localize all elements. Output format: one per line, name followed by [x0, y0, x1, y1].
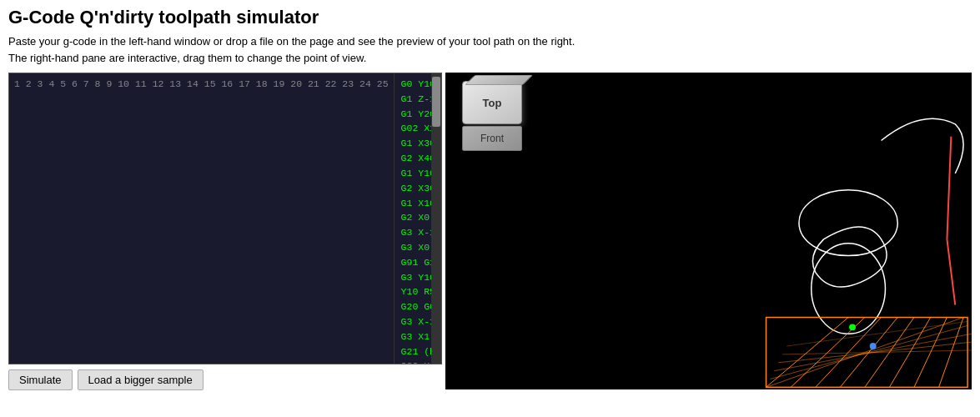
svg-point-1 [812, 244, 886, 334]
code-area[interactable]: 1 2 3 4 5 6 7 8 9 10 11 12 13 14 15 16 1… [8, 73, 442, 364]
svg-line-14 [782, 350, 972, 354]
scrollbar[interactable] [431, 73, 441, 364]
toolpath-svg [445, 73, 972, 389]
page-title: G-Code Q'n'dirty toolpath simulator [8, 7, 972, 28]
action-buttons: Simulate Load a bigger sample [8, 369, 442, 390]
view-cube[interactable]: Top Front [462, 81, 522, 151]
perspective-grid [766, 318, 972, 388]
tool-dot-green [849, 324, 856, 330]
svg-point-0 [799, 190, 897, 256]
simulate-button[interactable]: Simulate [8, 369, 73, 390]
toolpath-viewer[interactable]: Top Front [445, 73, 972, 389]
line-numbers: 1 2 3 4 5 6 7 8 9 10 11 12 13 14 15 16 1… [9, 73, 395, 364]
cube-front-face[interactable]: Front [462, 126, 522, 151]
scrollbar-thumb[interactable] [432, 77, 440, 127]
code-editor-pane: 1 2 3 4 5 6 7 8 9 10 11 12 13 14 15 16 1… [8, 73, 442, 390]
tool-dot-blue [870, 343, 877, 349]
load-sample-button[interactable]: Load a bigger sample [78, 369, 204, 390]
cube-top-face[interactable]: Top [462, 81, 522, 124]
subtitle: Paste your g-code in the left-hand windo… [8, 33, 972, 66]
code-content[interactable]: G0 Y10 Z-5 G1 Z-10 G1 Y20 G02 X10 Y30 R1… [395, 73, 431, 364]
